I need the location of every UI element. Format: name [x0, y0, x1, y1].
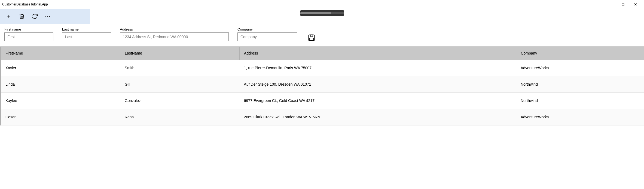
app-title: CustomerDatabaseTutorial.App	[2, 2, 48, 6]
lastname-input[interactable]	[62, 32, 111, 41]
title-bar: CustomerDatabaseTutorial.App — □ ✕	[0, 0, 644, 9]
toolbar: + ···	[0, 9, 90, 24]
table-row[interactable]: Kaylee Gonzalez 6977 Evergreen Ct., Gold…	[1, 92, 644, 109]
cell-company: Northwind	[516, 92, 644, 109]
more-button[interactable]: ···	[41, 10, 54, 23]
company-label: Company	[237, 27, 297, 31]
delete-button[interactable]	[15, 10, 28, 23]
table-wrapper: FirstName LastName Address Company Xavie…	[0, 47, 644, 125]
cell-lastname: Smith	[120, 60, 240, 76]
firstname-field: First name	[4, 27, 53, 41]
col-header-company: Company	[516, 47, 644, 60]
firstname-label: First name	[4, 27, 53, 31]
cell-address: 1, rue Pierre-Demoulin, Paris WA 75007	[240, 60, 516, 76]
address-field: Address	[120, 27, 229, 41]
table-row[interactable]: Xavier Smith 1, rue Pierre-Demoulin, Par…	[1, 60, 644, 76]
minimize-button[interactable]: —	[604, 0, 617, 9]
company-input[interactable]	[237, 32, 297, 41]
cell-company: AdventureWorks	[516, 60, 644, 76]
col-header-firstname: FirstName	[1, 47, 120, 60]
table-row[interactable]: Cesar Rana 2669 Clark Creek Rd., London …	[1, 109, 644, 125]
progress-bar-fill	[300, 12, 331, 14]
address-label: Address	[120, 27, 229, 31]
restore-button[interactable]: □	[617, 0, 629, 9]
table-body: Xavier Smith 1, rue Pierre-Demoulin, Par…	[1, 60, 644, 125]
cell-address: 6977 Evergreen Ct., Gold Coast WA 4217	[240, 92, 516, 109]
firstname-input[interactable]	[4, 32, 53, 41]
window-controls: — □ ✕	[604, 0, 642, 9]
refresh-icon	[32, 13, 38, 19]
progress-bar-track	[300, 12, 344, 14]
cell-company: Northwind	[516, 76, 644, 92]
cell-lastname: Gonzalez	[120, 92, 240, 109]
cell-firstname: Kaylee	[1, 92, 120, 109]
cell-firstname: Xavier	[1, 60, 120, 76]
col-header-lastname: LastName	[120, 47, 240, 60]
trash-icon	[19, 13, 25, 19]
lastname-label: Last name	[62, 27, 111, 31]
save-icon	[308, 34, 315, 41]
svg-rect-3	[311, 35, 311, 36]
ellipsis-icon: ···	[45, 14, 51, 19]
close-button[interactable]: ✕	[629, 0, 642, 9]
cell-address: 2669 Clark Creek Rd., London WA W1V 5RN	[240, 109, 516, 125]
cell-lastname: Rana	[120, 109, 240, 125]
table-header-row: FirstName LastName Address Company	[1, 47, 644, 60]
lastname-field: Last name	[62, 27, 111, 41]
col-header-address: Address	[240, 47, 516, 60]
form-section: First name Last name Address Company	[0, 24, 644, 46]
cell-company: AdventureWorks	[516, 109, 644, 125]
save-button[interactable]	[306, 32, 317, 43]
main-content: First name Last name Address Company	[0, 24, 644, 189]
company-field: Company	[237, 27, 297, 41]
cell-lastname: Gill	[120, 76, 240, 92]
cell-firstname: Linda	[1, 76, 120, 92]
cell-firstname: Cesar	[1, 109, 120, 125]
cell-address: Auf Der Steige 100, Dresden WA 01071	[240, 76, 516, 92]
customer-table: FirstName LastName Address Company Xavie…	[1, 47, 644, 125]
refresh-button[interactable]	[28, 10, 41, 23]
address-input[interactable]	[120, 32, 229, 41]
svg-rect-2	[310, 38, 313, 40]
table-row[interactable]: Linda Gill Auf Der Steige 100, Dresden W…	[1, 76, 644, 92]
table-header: FirstName LastName Address Company	[1, 47, 644, 60]
add-button[interactable]: +	[2, 10, 15, 23]
progress-bar	[300, 10, 344, 16]
